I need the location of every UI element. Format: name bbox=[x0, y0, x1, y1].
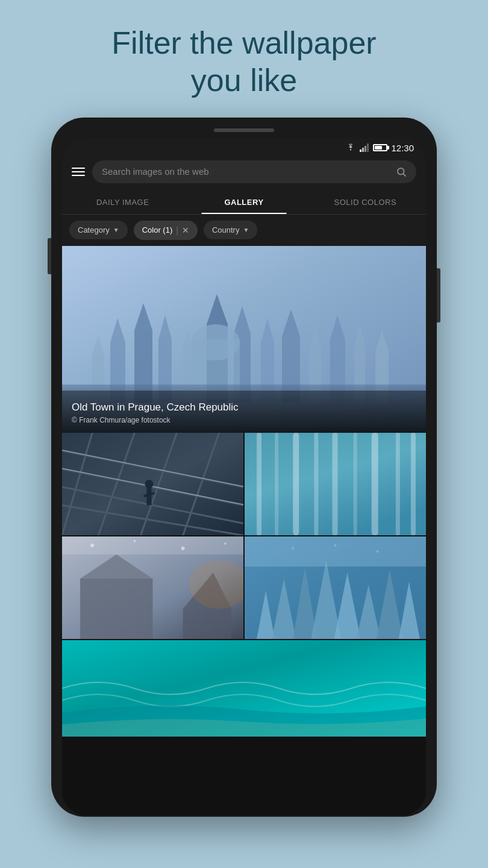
thumbnail-1[interactable] bbox=[62, 433, 243, 535]
headline-line1: Filter the wallpaper bbox=[111, 25, 376, 60]
thumbnail-4[interactable] bbox=[245, 536, 426, 639]
thumbnail-grid bbox=[62, 433, 426, 737]
main-image-title: Old Town in Prague, Czech Republic bbox=[72, 401, 416, 414]
tab-gallery[interactable]: GALLERY bbox=[183, 190, 304, 214]
svg-rect-56 bbox=[332, 433, 337, 535]
filter-color[interactable]: Color (1) | ✕ bbox=[134, 221, 198, 240]
tab-solid-colors[interactable]: SOLID COLORS bbox=[305, 190, 426, 214]
gallery-area: Old Town in Prague, Czech Republic © Fra… bbox=[62, 246, 426, 816]
svg-rect-60 bbox=[411, 433, 416, 535]
svg-rect-53 bbox=[275, 433, 278, 535]
search-field[interactable]: Search images on the web bbox=[92, 160, 416, 183]
svg-rect-3 bbox=[367, 143, 369, 152]
thumbnail-3[interactable] bbox=[62, 536, 243, 639]
phone-notch bbox=[214, 128, 274, 132]
svg-rect-65 bbox=[183, 609, 231, 639]
thumb1-illustration bbox=[62, 433, 243, 535]
svg-point-70 bbox=[224, 542, 227, 545]
filter-category-label: Category bbox=[78, 225, 110, 234]
main-image[interactable]: Old Town in Prague, Czech Republic © Fra… bbox=[62, 246, 426, 433]
search-placeholder: Search images on the web bbox=[102, 166, 390, 177]
tab-daily-image[interactable]: DAILY IMAGE bbox=[62, 190, 183, 214]
chevron-down-icon: ▼ bbox=[243, 227, 249, 233]
thumb3-illustration bbox=[62, 536, 243, 639]
svg-rect-54 bbox=[293, 433, 299, 535]
svg-point-67 bbox=[90, 544, 94, 547]
svg-point-68 bbox=[133, 540, 136, 542]
svg-rect-1 bbox=[362, 148, 364, 152]
svg-point-49 bbox=[145, 480, 153, 488]
thumb4-illustration bbox=[245, 536, 426, 639]
battery-icon bbox=[373, 144, 387, 151]
svg-rect-57 bbox=[354, 433, 357, 535]
svg-rect-2 bbox=[364, 146, 366, 152]
thumb5-illustration bbox=[62, 640, 426, 737]
svg-point-84 bbox=[377, 550, 379, 553]
svg-rect-55 bbox=[314, 433, 318, 535]
status-bar: 12:30 bbox=[62, 138, 426, 156]
phone-mockup: 12:30 Search images on the web DAILY IMA… bbox=[51, 118, 437, 817]
main-image-overlay: Old Town in Prague, Czech Republic © Fra… bbox=[62, 383, 426, 433]
svg-point-4 bbox=[398, 168, 404, 175]
svg-rect-81 bbox=[245, 536, 426, 567]
svg-rect-0 bbox=[360, 149, 361, 152]
svg-rect-52 bbox=[257, 433, 261, 535]
svg-rect-62 bbox=[80, 579, 152, 639]
svg-point-83 bbox=[334, 544, 336, 547]
filter-country-label: Country bbox=[212, 225, 240, 234]
status-time: 12:30 bbox=[391, 143, 414, 153]
signal-icon bbox=[360, 143, 369, 152]
filter-category[interactable]: Category ▼ bbox=[69, 221, 128, 239]
filter-color-label: Color (1) bbox=[142, 225, 173, 234]
svg-rect-59 bbox=[396, 433, 400, 535]
search-icon bbox=[396, 166, 407, 177]
filter-separator: | bbox=[176, 225, 178, 235]
thumbnail-2[interactable] bbox=[245, 433, 426, 535]
search-bar-row: Search images on the web bbox=[62, 156, 426, 190]
thumbnail-5[interactable] bbox=[62, 640, 426, 737]
phone-screen: 12:30 Search images on the web DAILY IMA… bbox=[62, 138, 426, 816]
chevron-down-icon: ▼ bbox=[113, 227, 119, 233]
headline-line2: you like bbox=[191, 63, 297, 98]
svg-rect-58 bbox=[372, 433, 378, 535]
svg-point-69 bbox=[181, 547, 185, 550]
close-icon[interactable]: ✕ bbox=[182, 225, 189, 235]
filter-country[interactable]: Country ▼ bbox=[204, 221, 257, 239]
wifi-icon bbox=[345, 143, 356, 152]
svg-point-82 bbox=[292, 547, 294, 550]
headline: Filter the wallpaper you like bbox=[75, 0, 412, 118]
main-image-credit: © Frank Chmura/age fotostock bbox=[72, 416, 416, 424]
menu-button[interactable] bbox=[72, 168, 85, 176]
status-icons: 12:30 bbox=[345, 143, 414, 153]
svg-line-5 bbox=[403, 174, 405, 176]
filter-row: Category ▼ Color (1) | ✕ Country ▼ bbox=[62, 215, 426, 246]
tabs-row: DAILY IMAGE GALLERY SOLID COLORS bbox=[62, 190, 426, 215]
power-button bbox=[437, 268, 440, 322]
thumb2-illustration bbox=[245, 433, 426, 535]
volume-button bbox=[48, 238, 51, 274]
svg-rect-66 bbox=[62, 536, 243, 555]
